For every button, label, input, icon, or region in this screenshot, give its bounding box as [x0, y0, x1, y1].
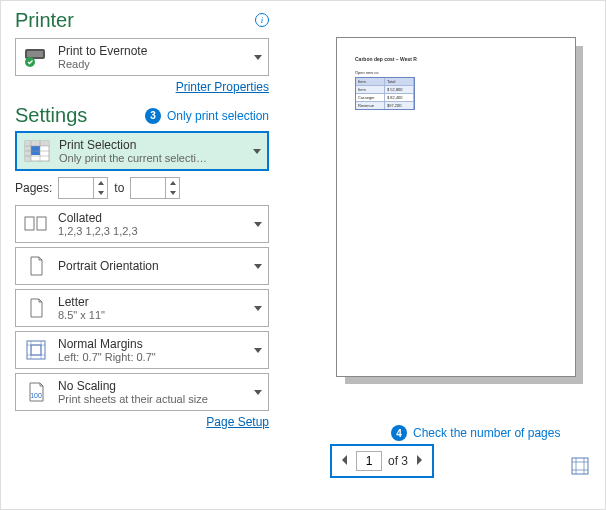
- scaling-sub: Print sheets at their actual size: [58, 393, 248, 405]
- scaling-title: No Scaling: [58, 379, 248, 393]
- paper-title: Letter: [58, 295, 248, 309]
- margins-sub: Left: 0.7" Right: 0.7": [58, 351, 248, 363]
- pager-of-label: of 3: [388, 454, 408, 468]
- print-what-title: Print Selection: [59, 138, 247, 152]
- margins-icon: [22, 336, 50, 364]
- chevron-down-icon: [254, 306, 262, 311]
- orientation-title: Portrait Orientation: [58, 259, 248, 273]
- pages-to-up[interactable]: [166, 178, 179, 188]
- scaling-icon: 100: [22, 378, 50, 406]
- pages-to[interactable]: [130, 177, 180, 199]
- svg-rect-6: [31, 146, 40, 155]
- svg-rect-21: [572, 458, 588, 474]
- paper-sub: 8.5" x 11": [58, 309, 248, 321]
- pages-from-down[interactable]: [94, 188, 107, 198]
- print-preview: Carbon dep cost – West R Open new co Ite…: [336, 37, 576, 377]
- svg-rect-12: [25, 217, 34, 230]
- page-navigator: of 3: [330, 444, 434, 478]
- chevron-down-icon: [253, 149, 261, 154]
- print-what-sub: Only print the current selecti…: [59, 152, 247, 164]
- collate-sub: 1,2,3 1,2,3 1,2,3: [58, 225, 248, 237]
- margins-select[interactable]: Normal Margins Left: 0.7" Right: 0.7": [15, 331, 269, 369]
- printer-select[interactable]: Print to Evernote Ready: [15, 38, 269, 76]
- svg-rect-1: [27, 51, 43, 57]
- next-page-button[interactable]: [414, 450, 426, 472]
- margins-title: Normal Margins: [58, 337, 248, 351]
- orientation-select[interactable]: Portrait Orientation: [15, 247, 269, 285]
- collate-select[interactable]: Collated 1,2,3 1,2,3 1,2,3: [15, 205, 269, 243]
- chevron-down-icon: [254, 390, 262, 395]
- svg-rect-14: [27, 341, 45, 359]
- portrait-icon: [22, 252, 50, 280]
- pages-from-input[interactable]: [59, 178, 93, 198]
- show-margins-button[interactable]: [571, 457, 589, 479]
- pages-label: Pages:: [15, 181, 52, 195]
- prev-page-button[interactable]: [338, 450, 350, 472]
- printer-heading: Printer: [15, 9, 269, 32]
- chevron-down-icon: [254, 264, 262, 269]
- collate-icon: [22, 210, 50, 238]
- pages-from[interactable]: [58, 177, 108, 199]
- pages-to-input[interactable]: [131, 178, 165, 198]
- callout-3: 3 Only print selection: [145, 108, 269, 124]
- chevron-down-icon: [254, 348, 262, 353]
- info-icon[interactable]: i: [255, 13, 269, 27]
- settings-heading: Settings: [15, 104, 87, 127]
- paper-select[interactable]: Letter 8.5" x 11": [15, 289, 269, 327]
- svg-text:100: 100: [30, 392, 42, 399]
- page-setup-link[interactable]: Page Setup: [15, 415, 269, 429]
- selection-icon: [23, 137, 51, 165]
- print-what-select[interactable]: Print Selection Only print the current s…: [15, 131, 269, 171]
- chevron-down-icon: [254, 222, 262, 227]
- printer-icon: [22, 43, 50, 71]
- callout-4: 4 Check the number of pages: [391, 425, 560, 441]
- collate-title: Collated: [58, 211, 248, 225]
- preview-sub: Open new co: [355, 70, 557, 75]
- printer-properties-link[interactable]: Printer Properties: [15, 80, 269, 94]
- current-page-input[interactable]: [356, 451, 382, 471]
- callout-badge-4: 4: [391, 425, 407, 441]
- printer-status: Ready: [58, 58, 248, 70]
- chevron-down-icon: [254, 55, 262, 60]
- paper-icon: [22, 294, 50, 322]
- printer-name: Print to Evernote: [58, 44, 248, 58]
- scaling-select[interactable]: 100 No Scaling Print sheets at their act…: [15, 373, 269, 411]
- svg-rect-13: [37, 217, 46, 230]
- pages-from-up[interactable]: [94, 178, 107, 188]
- pages-to-label: to: [114, 181, 124, 195]
- preview-title: Carbon dep cost – West R: [355, 56, 557, 62]
- pages-to-down[interactable]: [166, 188, 179, 198]
- preview-table: Item Total Item$ 52,800 Caraeger$ 82,400…: [355, 77, 415, 110]
- callout-badge-3: 3: [145, 108, 161, 124]
- svg-point-2: [25, 57, 35, 67]
